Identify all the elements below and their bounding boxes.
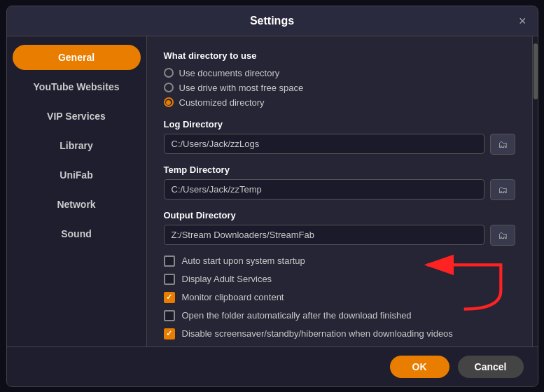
ok-button[interactable]: OK xyxy=(390,356,449,378)
output-directory-group: Output Directory 🗂 xyxy=(164,210,515,246)
temp-directory-folder-button[interactable]: 🗂 xyxy=(490,179,515,200)
folder-icon-output: 🗂 xyxy=(498,230,508,241)
modal-overlay: Settings × General YouTube Websites VIP … xyxy=(0,0,544,392)
checkbox-disable-screensaver[interactable]: Disable screensaver/standby/hibernation … xyxy=(164,328,515,340)
checkbox-auto-start-box xyxy=(164,255,175,267)
folder-icon-temp: 🗂 xyxy=(498,184,508,195)
output-directory-folder-button[interactable]: 🗂 xyxy=(490,225,515,246)
output-directory-label: Output Directory xyxy=(164,210,515,220)
log-directory-folder-button[interactable]: 🗂 xyxy=(490,134,515,155)
sidebar: General YouTube Websites VIP Services Li… xyxy=(7,36,147,346)
scrollbar-track[interactable] xyxy=(532,36,538,346)
cancel-button[interactable]: Cancel xyxy=(458,356,524,378)
sidebar-item-network[interactable]: Network xyxy=(13,192,141,217)
directory-section-label: What directory to use xyxy=(164,50,515,61)
temp-directory-group: Temp Directory 🗂 xyxy=(164,164,515,200)
log-directory-group: Log Directory 🗂 xyxy=(164,119,515,155)
settings-modal: Settings × General YouTube Websites VIP … xyxy=(6,6,538,387)
checkbox-disable-screensaver-box xyxy=(164,328,175,340)
log-directory-input[interactable] xyxy=(164,134,484,154)
output-directory-row: 🗂 xyxy=(164,225,515,246)
radio-circle-custom xyxy=(164,97,174,107)
checkbox-monitor-clipboard-box xyxy=(164,292,175,303)
checkbox-open-folder-box xyxy=(164,310,175,321)
radio-custom[interactable]: Customized directory xyxy=(164,97,515,108)
modal-footer: OK Cancel xyxy=(7,346,538,386)
sidebar-item-vip-services[interactable]: VIP Services xyxy=(13,104,141,129)
radio-group: Use documents directory Use drive with m… xyxy=(164,68,515,108)
temp-directory-label: Temp Directory xyxy=(164,164,515,175)
modal-header: Settings × xyxy=(7,6,538,36)
checkbox-display-adult-box xyxy=(164,274,175,285)
checkbox-display-adult[interactable]: Display Adult Services xyxy=(164,274,515,285)
close-button[interactable]: × xyxy=(519,15,526,27)
modal-title: Settings xyxy=(250,15,294,27)
log-directory-row: 🗂 xyxy=(164,134,515,155)
temp-directory-row: 🗂 xyxy=(164,179,515,200)
sidebar-item-general[interactable]: General xyxy=(13,45,141,70)
main-content: What directory to use Use documents dire… xyxy=(147,36,532,346)
modal-body: General YouTube Websites VIP Services Li… xyxy=(7,36,538,346)
radio-circle-docs xyxy=(164,68,174,78)
sidebar-item-library[interactable]: Library xyxy=(13,133,141,158)
radio-circle-free xyxy=(164,83,174,92)
checkbox-group: Auto start upon system startup Display A… xyxy=(164,255,515,340)
radio-docs[interactable]: Use documents directory xyxy=(164,68,515,78)
log-directory-label: Log Directory xyxy=(164,119,515,130)
sidebar-item-sound[interactable]: Sound xyxy=(13,221,141,246)
radio-free[interactable]: Use drive with most free space xyxy=(164,83,515,93)
output-directory-input[interactable] xyxy=(164,225,484,245)
temp-directory-input[interactable] xyxy=(164,179,484,200)
checkbox-monitor-clipboard[interactable]: Monitor clipboard content xyxy=(164,292,515,303)
sidebar-item-youtube-websites[interactable]: YouTube Websites xyxy=(13,74,141,99)
scrollbar-thumb[interactable] xyxy=(533,43,538,99)
checkbox-open-folder[interactable]: Open the folder automatically after the … xyxy=(164,310,515,321)
folder-icon: 🗂 xyxy=(498,139,508,150)
content-wrapper: What directory to use Use documents dire… xyxy=(147,36,538,346)
checkbox-auto-start[interactable]: Auto start upon system startup xyxy=(164,255,515,267)
sidebar-item-unifab[interactable]: UniFab xyxy=(13,162,141,188)
